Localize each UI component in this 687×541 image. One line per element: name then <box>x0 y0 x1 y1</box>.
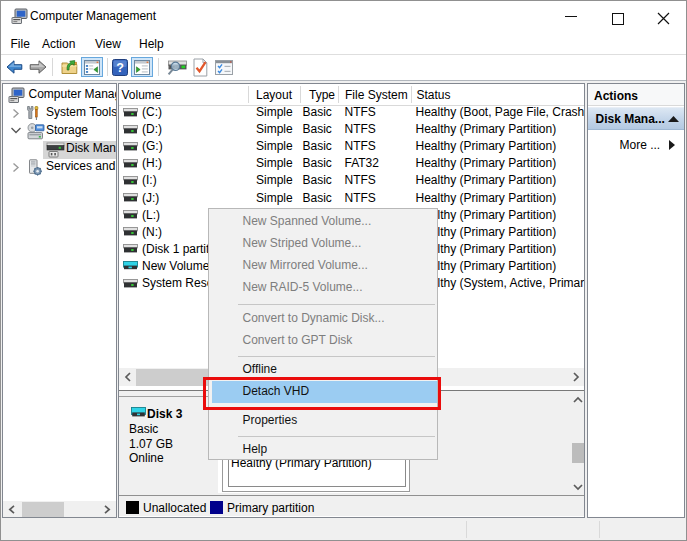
svg-text:?: ? <box>116 61 124 75</box>
